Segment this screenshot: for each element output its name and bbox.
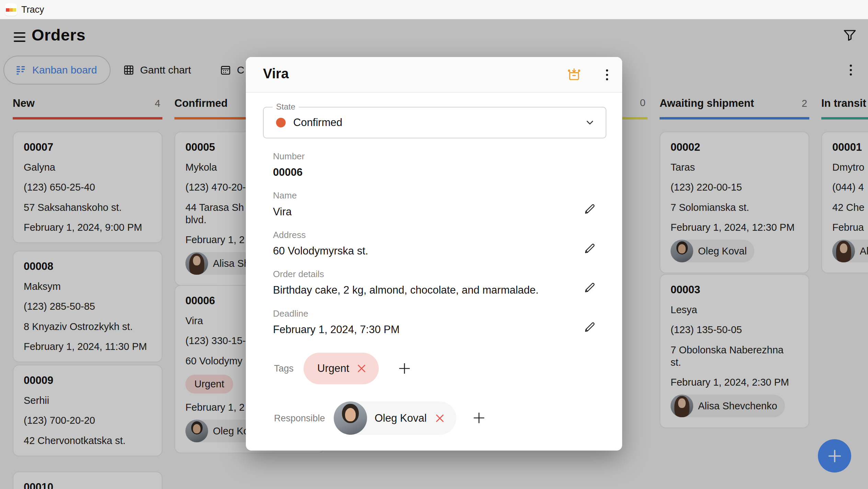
- state-color-dot: [276, 118, 286, 127]
- remove-responsible-icon[interactable]: [434, 413, 445, 424]
- field-label: Order details: [273, 269, 605, 280]
- dialog-title: Vira: [263, 66, 289, 81]
- field-label: Address: [273, 230, 605, 240]
- dialog-kebab-menu-icon[interactable]: [599, 67, 615, 82]
- state-label: State: [273, 102, 299, 112]
- tag-chip: Urgent: [304, 353, 379, 384]
- archive-order-icon[interactable]: [567, 67, 582, 82]
- field-value: Birthday cake, 2 kg, almond, chocolate, …: [273, 284, 605, 296]
- field-label: Number: [273, 151, 605, 162]
- state-value: Confirmed: [293, 116, 342, 129]
- dialog-header: Vira: [246, 57, 622, 93]
- edit-pencil-icon[interactable]: [583, 203, 597, 216]
- responsible-label: Responsible: [274, 413, 325, 423]
- field-order-details: Order details Birthday cake, 2 kg, almon…: [273, 269, 605, 296]
- add-responsible-icon[interactable]: [471, 410, 487, 426]
- field-label: Deadline: [273, 308, 605, 319]
- app-name: Tracy: [21, 4, 44, 15]
- edit-pencil-icon[interactable]: [583, 242, 597, 256]
- remove-tag-icon[interactable]: [356, 363, 367, 374]
- field-address: Address 60 Volodymyrska st.: [273, 230, 605, 257]
- tag-label: Urgent: [317, 362, 349, 375]
- field-value: 60 Volodymyrska st.: [273, 244, 605, 257]
- field-value: February 1, 2024, 7:30 PM: [273, 323, 605, 336]
- dialog-fields: Number 00006 Name Vira Address 60 Volody…: [273, 151, 605, 348]
- responsible-chip: Oleg Koval: [334, 401, 456, 435]
- field-value: 00006: [273, 166, 605, 179]
- edit-pencil-icon[interactable]: [583, 281, 597, 295]
- order-detail-dialog: Vira State Confirmed Number 00006 Nam: [246, 57, 622, 451]
- tracy-logo-icon: [5, 3, 17, 16]
- field-label: Name: [273, 190, 605, 201]
- edit-pencil-icon[interactable]: [583, 321, 597, 334]
- avatar: [334, 401, 367, 435]
- chevron-down-icon: [584, 117, 595, 128]
- tags-label: Tags: [274, 363, 294, 374]
- window-titlebar: Tracy: [0, 0, 868, 19]
- field-deadline: Deadline February 1, 2024, 7:30 PM: [273, 308, 605, 336]
- field-value: Vira: [273, 205, 605, 218]
- add-tag-icon[interactable]: [397, 361, 412, 376]
- field-name: Name Vira: [273, 190, 605, 218]
- responsible-section: Responsible Oleg Koval: [273, 401, 605, 435]
- field-number: Number 00006: [273, 151, 605, 179]
- responsible-name: Oleg Koval: [375, 412, 427, 424]
- tags-section: Tags Urgent: [273, 353, 605, 384]
- state-select[interactable]: State Confirmed: [263, 107, 606, 138]
